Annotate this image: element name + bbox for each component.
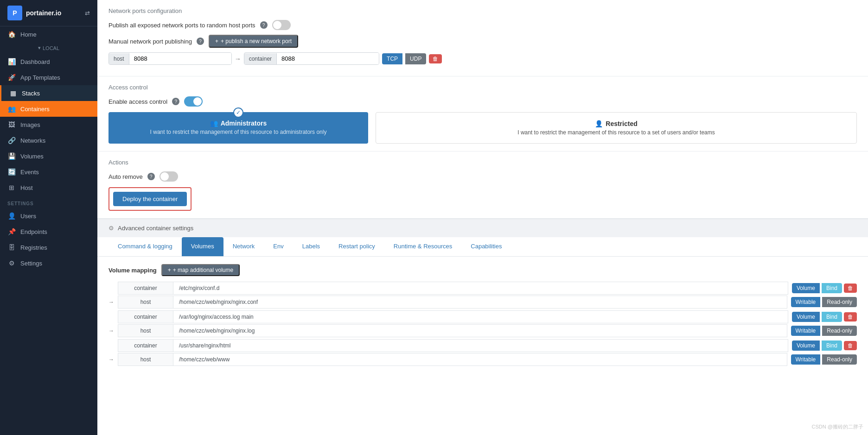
volume-btn-3[interactable]: Volume xyxy=(792,340,820,351)
users-icon: 👤 xyxy=(7,212,16,220)
sidebar-item-networks[interactable]: 🔗 Networks xyxy=(0,132,97,148)
writable-btn-2[interactable]: Writable xyxy=(791,326,821,336)
volume-container-row-1: → container /etc/nginx/conf.d Volume Bin… xyxy=(108,282,857,295)
sidebar-item-host[interactable]: ⊞ Host xyxy=(0,180,97,195)
volumes-icon: 💾 xyxy=(7,152,16,160)
sidebar-item-registries[interactable]: 🗄 Registries xyxy=(0,240,97,255)
delete-vol-btn-3[interactable]: 🗑 xyxy=(844,341,857,350)
host-label-3: host xyxy=(118,353,173,366)
container-port-input[interactable] xyxy=(277,53,379,64)
sidebar-item-containers[interactable]: 👥 Containers xyxy=(0,101,97,117)
bind-btn-1[interactable]: Bind xyxy=(822,283,842,293)
tab-labels[interactable]: Labels xyxy=(293,237,329,256)
admin-option-desc: I want to restrict the management of thi… xyxy=(116,129,361,135)
delete-vol-btn-2[interactable]: 🗑 xyxy=(844,312,857,322)
sidebar-item-label: Host xyxy=(20,184,33,191)
host-path-2: /home/czc/web/nginx/nginx.log xyxy=(173,324,787,337)
auto-remove-label: Auto remove xyxy=(108,173,143,180)
tab-runtime-resources[interactable]: Runtime & Resources xyxy=(384,237,461,256)
transfer-icon[interactable]: ⇄ xyxy=(85,10,90,17)
auto-remove-toggle[interactable] xyxy=(160,171,178,182)
bind-btn-3[interactable]: Bind xyxy=(822,340,842,351)
auto-remove-help-icon[interactable]: ? xyxy=(147,173,155,180)
readonly-btn-1[interactable]: Read-only xyxy=(822,297,857,307)
bind-btn-2[interactable]: Bind xyxy=(822,312,842,322)
sidebar-item-volumes[interactable]: 💾 Volumes xyxy=(0,148,97,164)
events-icon: 🔄 xyxy=(7,168,16,176)
restricted-option-title: 👤 Restricted xyxy=(383,120,849,127)
volume-btn-2[interactable]: Volume xyxy=(792,312,820,322)
host-path-1: /home/czc/web/nginx/nginx.conf xyxy=(173,296,787,309)
sidebar-item-label: Dashboard xyxy=(20,58,50,65)
manual-port-help-icon[interactable]: ? xyxy=(197,38,204,45)
stacks-icon: ▦ xyxy=(9,89,17,97)
plus-icon: + xyxy=(168,267,171,273)
publish-new-port-button[interactable]: + + publish a new network port xyxy=(209,35,298,48)
sidebar-item-settings[interactable]: ⚙ Settings xyxy=(0,255,97,271)
readonly-btn-3[interactable]: Read-only xyxy=(822,354,857,365)
sidebar-env-label: ▾ LOCAL xyxy=(0,42,97,54)
admin-option[interactable]: ✓ 👥 Administrators I want to restrict th… xyxy=(108,112,368,144)
map-additional-volume-button[interactable]: + + map additional volume xyxy=(161,264,240,276)
volume-host-row-2: → host /home/czc/web/nginx/nginx.log Wri… xyxy=(108,324,857,337)
host-prefix: host xyxy=(109,53,129,64)
sidebar-item-label: Settings xyxy=(20,260,42,267)
container-path-1: /etc/nginx/conf.d xyxy=(173,282,788,295)
host-actions-2: Writable Read-only xyxy=(791,326,857,336)
tab-restart-policy[interactable]: Restart policy xyxy=(329,237,384,256)
udp-button[interactable]: UDP xyxy=(405,53,426,64)
auto-remove-row: Auto remove ? xyxy=(108,171,857,182)
readonly-btn-2[interactable]: Read-only xyxy=(822,326,857,336)
sidebar-item-dashboard[interactable]: 📊 Dashboard xyxy=(0,54,97,69)
gear-icon: ⚙ xyxy=(108,225,114,232)
map-btn-label: + map additional volume xyxy=(173,267,233,273)
sidebar-item-home[interactable]: 🏠 Home xyxy=(0,26,97,42)
tcp-button[interactable]: TCP xyxy=(382,53,402,64)
publish-all-toggle[interactable] xyxy=(272,20,291,30)
manual-port-label: Manual network port publishing xyxy=(108,38,192,45)
sidebar-item-label: Networks xyxy=(20,137,45,144)
home-icon: 🏠 xyxy=(7,31,16,38)
tab-volumes[interactable]: Volumes xyxy=(182,237,223,256)
enable-access-row: Enable access control ? xyxy=(108,96,857,107)
sidebar-item-endpoints[interactable]: 📌 Endpoints xyxy=(0,224,97,240)
network-ports-title: Network ports configuration xyxy=(108,7,857,14)
tab-capabilities[interactable]: Capabilities xyxy=(461,237,511,256)
writable-btn-3[interactable]: Writable xyxy=(791,354,821,365)
delete-vol-btn-1[interactable]: 🗑 xyxy=(844,284,857,293)
env-pin-icon: ▾ xyxy=(38,45,41,51)
publish-all-help-icon[interactable]: ? xyxy=(260,21,268,29)
enable-access-help-icon[interactable]: ? xyxy=(172,98,179,105)
sidebar-item-events[interactable]: 🔄 Events xyxy=(0,164,97,180)
volume-mapping-title: Volume mapping xyxy=(108,267,157,274)
deploy-container-button[interactable]: Deploy the container xyxy=(113,192,187,206)
images-icon: 🖼 xyxy=(7,121,16,128)
registries-icon: 🗄 xyxy=(7,244,16,251)
sidebar-item-users[interactable]: 👤 Users xyxy=(0,208,97,224)
sidebar-item-app-templates[interactable]: 🚀 App Templates xyxy=(0,69,97,85)
sidebar-item-images[interactable]: 🖼 Images xyxy=(0,117,97,132)
host-port-input[interactable] xyxy=(129,53,231,64)
host-path-3: /home/czc/web/www xyxy=(173,353,787,366)
volume-pair-3: → container /usr/share/nginx/html Volume… xyxy=(108,339,857,366)
tab-env[interactable]: Env xyxy=(264,237,293,256)
tab-command-logging[interactable]: Command & logging xyxy=(108,237,182,256)
host-label-2: host xyxy=(118,324,173,337)
sidebar-item-label: Images xyxy=(20,121,40,128)
vol-actions-1: Volume Bind 🗑 xyxy=(792,283,857,293)
volume-container-row-2: → container /var/log/nginx/access.log ma… xyxy=(108,310,857,323)
port-mapping-row: host → container TCP UDP 🗑 xyxy=(108,52,857,65)
sidebar-item-stacks[interactable]: ▦ Stacks xyxy=(0,85,97,101)
container-path-2: /var/log/nginx/access.log main xyxy=(173,310,788,323)
plus-icon: + xyxy=(215,38,218,44)
volume-mapping-section: Volume mapping + + map additional volume… xyxy=(97,257,868,375)
delete-port-button[interactable]: 🗑 xyxy=(429,54,442,63)
logo-text: portainer.io xyxy=(26,9,61,17)
enable-access-toggle[interactable] xyxy=(184,96,203,107)
watermark: CSDN @搬砖的二胖子 xyxy=(812,423,863,430)
writable-btn-1[interactable]: Writable xyxy=(791,297,821,307)
restricted-option[interactable]: 👤 Restricted I want to restrict the mana… xyxy=(376,112,857,144)
arrow-3: → xyxy=(108,356,116,363)
tab-network[interactable]: Network xyxy=(223,237,264,256)
volume-btn-1[interactable]: Volume xyxy=(792,283,820,293)
